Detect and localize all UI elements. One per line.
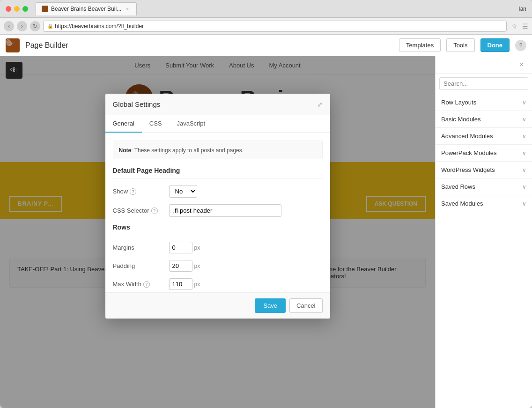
tab-favicon: [42, 6, 48, 12]
page-builder-title: Page Builder: [25, 41, 393, 50]
modal-overlay: Global Settings ⤢ General CSS JavaScript: [0, 56, 435, 408]
tools-button[interactable]: Tools: [446, 38, 474, 52]
max-width-input[interactable]: [169, 278, 192, 290]
panel-section-label-wordpress-widgets: WordPress Widgets: [441, 166, 495, 173]
minimize-button[interactable]: [14, 6, 20, 12]
show-select[interactable]: No Yes: [169, 185, 197, 198]
margins-control: px: [169, 242, 200, 253]
panel-section-header-powerpack-modules[interactable]: PowerPack Modules ∨: [436, 145, 532, 161]
cancel-button[interactable]: Cancel: [289, 298, 322, 313]
tab-general[interactable]: General: [105, 115, 142, 133]
margins-input[interactable]: [169, 242, 192, 253]
page-builder-bar: 🦫 Page Builder Templates Tools Done ?: [0, 35, 532, 56]
margins-unit: px: [194, 245, 200, 251]
margins-label: Margins: [113, 244, 169, 251]
padding-control: px: [169, 260, 200, 272]
css-selector-control: [169, 204, 281, 217]
main-layout: 👁 Users Submit Your Work About Us My Acc…: [0, 56, 532, 408]
maximize-button[interactable]: [22, 6, 28, 12]
max-width-help-icon[interactable]: ?: [143, 281, 150, 288]
panel-section-label-basic-modules: Basic Modules: [441, 116, 481, 123]
chevron-down-icon-5: ∨: [522, 167, 526, 173]
browser-titlebar: Beaver Brains Beaver Buil... × Ian: [0, 0, 532, 18]
tab-close-button[interactable]: ×: [124, 6, 131, 12]
chevron-down-icon-7: ∨: [522, 200, 526, 207]
panel-section-basic-modules: Basic Modules ∨: [436, 111, 532, 128]
menu-icon[interactable]: ☰: [522, 22, 528, 30]
max-width-control: px: [169, 278, 200, 290]
css-selector-label: CSS Selector ?: [113, 207, 169, 214]
save-button[interactable]: Save: [255, 298, 286, 313]
modal-tabs: General CSS JavaScript: [105, 115, 330, 133]
page-builder-logo: 🦫: [6, 38, 20, 52]
forward-button[interactable]: ›: [17, 21, 27, 31]
chevron-down-icon-2: ∨: [522, 116, 526, 123]
note-box: Note: These settings apply to all posts …: [113, 141, 323, 159]
panel-section-wordpress-widgets: WordPress Widgets ∨: [436, 162, 532, 178]
panel-section-header-saved-modules[interactable]: Saved Modules ∨: [436, 195, 532, 212]
max-width-label: Max Width ?: [113, 281, 169, 288]
chevron-down-icon-6: ∨: [522, 184, 526, 190]
tab-javascript[interactable]: JavaScript: [169, 115, 213, 133]
show-row: Show ? No Yes: [113, 185, 323, 198]
panel-section-header-row-layouts[interactable]: Row Layouts ∨: [436, 94, 532, 111]
panel-section-header-saved-rows[interactable]: Saved Rows ∨: [436, 178, 532, 195]
margins-row: Margins px: [113, 242, 323, 253]
user-label: Ian: [518, 6, 526, 12]
modal-body: Note: These settings apply to all posts …: [105, 133, 330, 292]
tab-label: Beaver Brains Beaver Buil...: [51, 6, 121, 12]
chevron-down-icon-4: ∨: [522, 150, 526, 156]
padding-row: Padding px: [113, 260, 323, 272]
panel-section-row-layouts: Row Layouts ∨: [436, 94, 532, 111]
panel-section-header-basic-modules[interactable]: Basic Modules ∨: [436, 111, 532, 127]
modal-footer: Save Cancel: [105, 292, 330, 319]
panel-section-powerpack-modules: PowerPack Modules ∨: [436, 145, 532, 162]
tab-css[interactable]: CSS: [142, 115, 170, 133]
panel-search: [436, 74, 532, 94]
padding-unit: px: [194, 263, 200, 269]
browser-tab[interactable]: Beaver Brains Beaver Buil... ×: [36, 2, 137, 15]
panel-close-button[interactable]: ×: [517, 60, 526, 69]
security-lock-icon: 🔒: [47, 23, 53, 29]
help-icon[interactable]: ?: [515, 40, 526, 51]
right-panel: × Row Layouts ∨ Basic Modules ∨ Advance: [435, 56, 532, 408]
panel-section-saved-modules: Saved Modules ∨: [436, 195, 532, 212]
panel-section-header-advanced-modules[interactable]: Advanced Modules ∨: [436, 128, 532, 144]
show-control: No Yes: [169, 185, 197, 198]
traffic-lights: [6, 6, 28, 12]
panel-section-saved-rows: Saved Rows ∨: [436, 178, 532, 195]
padding-label: Padding: [113, 262, 169, 269]
modal-header: Global Settings ⤢: [105, 94, 330, 115]
default-heading-section: Default Page Heading: [113, 167, 323, 178]
browser-window: Beaver Brains Beaver Buil... × Ian ‹ › ↻…: [0, 0, 532, 408]
browser-toolbar: ‹ › ↻ 🔒 https://beaverbrains.com/?fl_bui…: [0, 18, 532, 35]
chevron-down-icon-3: ∨: [522, 133, 526, 140]
padding-input[interactable]: [169, 260, 192, 272]
modal-expand-icon[interactable]: ⤢: [317, 101, 323, 108]
max-width-unit: px: [194, 281, 200, 288]
address-text: https://beaverbrains.com/?fl_builder: [55, 23, 144, 30]
refresh-button[interactable]: ↻: [30, 21, 40, 31]
bookmark-icon[interactable]: ☆: [510, 22, 519, 30]
panel-section-label-saved-modules: Saved Modules: [441, 200, 483, 207]
rows-section-heading: Rows: [113, 223, 323, 235]
back-button[interactable]: ‹: [4, 21, 14, 31]
css-selector-input[interactable]: [169, 204, 281, 217]
panel-section-label-row-layouts: Row Layouts: [441, 99, 476, 106]
address-bar[interactable]: 🔒 https://beaverbrains.com/?fl_builder: [43, 21, 507, 32]
css-selector-help-icon[interactable]: ?: [151, 208, 158, 214]
panel-search-input[interactable]: [439, 77, 528, 90]
show-label: Show ?: [113, 188, 169, 195]
chevron-down-icon: ∨: [522, 99, 526, 106]
panel-section-label-powerpack-modules: PowerPack Modules: [441, 149, 497, 156]
show-help-icon[interactable]: ?: [130, 188, 136, 195]
templates-button[interactable]: Templates: [399, 38, 441, 52]
done-button[interactable]: Done: [480, 38, 510, 52]
modal-title: Global Settings: [113, 100, 161, 108]
css-selector-row: CSS Selector ?: [113, 204, 323, 217]
panel-section-header-wordpress-widgets[interactable]: WordPress Widgets ∨: [436, 162, 532, 178]
close-button[interactable]: [6, 6, 11, 12]
note-text: Note: These settings apply to all posts …: [119, 147, 244, 154]
panel-close-bar: ×: [436, 56, 532, 74]
page-content: 👁 Users Submit Your Work About Us My Acc…: [0, 56, 435, 408]
